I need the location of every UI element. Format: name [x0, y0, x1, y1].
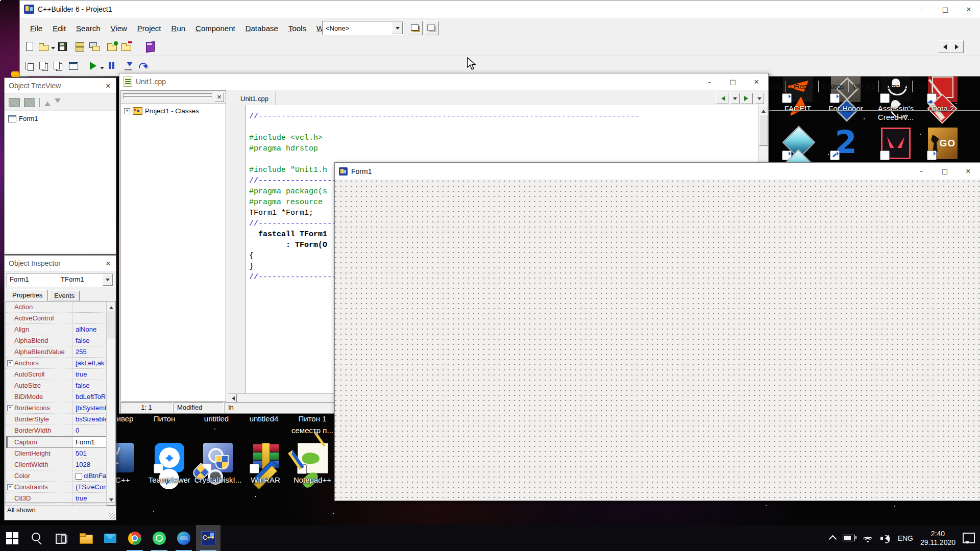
taskbar-file-explorer-icon[interactable]: [74, 525, 98, 551]
desktop-icon-notepad[interactable]: [298, 443, 328, 473]
property-row-clientwidth[interactable]: ClientWidth1028: [6, 459, 115, 470]
menu-edit[interactable]: Edit: [47, 21, 71, 35]
browse-forward-icon[interactable]: [741, 93, 753, 104]
move-up-icon[interactable]: [44, 98, 51, 106]
palette-scroll-left-icon[interactable]: [938, 40, 951, 53]
tab-unit1-cpp[interactable]: Unit1.cpp: [233, 92, 276, 106]
form-maximize-button[interactable]: □: [933, 163, 957, 180]
menu-project[interactable]: Project: [132, 21, 166, 35]
property-row-align[interactable]: AlignalNone: [6, 324, 115, 335]
scroll-up-icon[interactable]: [107, 302, 116, 311]
save-desktop-button[interactable]: [408, 21, 423, 35]
desktop-icon-blue2[interactable]: 2: [831, 128, 861, 159]
desktop-icon-teamviewer[interactable]: [155, 443, 184, 472]
inspector-scrollbar[interactable]: [106, 302, 115, 506]
editor-minimize-button[interactable]: –: [698, 73, 721, 90]
desktop-icon-crystaldiski[interactable]: [203, 443, 233, 472]
minimize-button[interactable]: –: [910, 1, 934, 18]
taskbar-cppbuilder-icon[interactable]: C++: [196, 525, 220, 551]
menu-run[interactable]: Run: [166, 21, 191, 35]
inspector-titlebar[interactable]: Object Inspector ✕: [5, 256, 116, 271]
taskbar-task-view-icon[interactable]: [49, 525, 74, 551]
form-design-surface[interactable]: [335, 180, 980, 500]
scrollbar-thumb[interactable]: [107, 311, 116, 338]
expand-icon[interactable]: +: [7, 360, 13, 366]
treeview-item-form1[interactable]: Form1: [5, 111, 116, 122]
taskbar-mail-icon[interactable]: [98, 525, 122, 551]
tab-events[interactable]: Events: [49, 290, 80, 301]
desktop-layout-combo[interactable]: <None>: [322, 21, 404, 35]
property-row-constraints[interactable]: +Constraints(TSizeConstra: [6, 482, 115, 493]
property-row-bordericons[interactable]: +BorderIcons[biSystemMenu: [6, 403, 115, 414]
property-row-autoscroll[interactable]: AutoScrolltrue: [6, 369, 115, 380]
taskbar-chrome-icon[interactable]: [122, 525, 147, 551]
menu-search[interactable]: Search: [71, 21, 106, 35]
treeview-close-icon[interactable]: ✕: [101, 78, 116, 93]
treeview-titlebar[interactable]: Object TreeView ✕: [5, 78, 116, 94]
palette-scroll-right-icon[interactable]: [950, 40, 964, 53]
palette-tab-win-3-1[interactable]: Win 3.1: [849, 81, 879, 92]
desktop-icon-valorant[interactable]: [881, 128, 911, 159]
inspector-object-combo[interactable]: Form1 TForm1: [7, 273, 114, 287]
volume-icon[interactable]: [880, 534, 891, 542]
inspector-close-icon[interactable]: ✕: [101, 256, 116, 271]
browse-back-icon[interactable]: [716, 93, 728, 104]
property-row-activecontrol[interactable]: ActiveControl: [6, 313, 115, 324]
property-row-color[interactable]: ColorclBtnFace: [6, 470, 115, 482]
remove-file-icon[interactable]: [120, 40, 133, 53]
menu-tools[interactable]: Tools: [283, 21, 311, 35]
desktop-icon-csgo[interactable]: GO: [928, 128, 958, 159]
new-form-icon[interactable]: [67, 59, 80, 72]
desktop-icon-winrar[interactable]: [251, 443, 280, 472]
expand-icon[interactable]: +: [7, 405, 13, 411]
main-titlebar[interactable]: C++Builder 6 - Project1 – □ ✕: [20, 1, 980, 18]
expand-icon[interactable]: +: [7, 484, 13, 490]
code-line-1[interactable]: //--------------------------------------…: [249, 111, 640, 122]
language-indicator[interactable]: ENG: [898, 534, 913, 542]
project-tree-root[interactable]: + Project1 - Classes: [124, 107, 199, 115]
view-unit-icon[interactable]: [23, 59, 36, 72]
add-file-icon[interactable]: [106, 40, 119, 53]
view-form-icon[interactable]: [37, 59, 51, 72]
tab-properties[interactable]: Properties: [7, 289, 48, 301]
close-button[interactable]: ✕: [957, 1, 980, 18]
desktop-icon-shield[interactable]: [783, 128, 813, 159]
taskbar-whatsapp-icon[interactable]: [147, 525, 172, 551]
pause-icon[interactable]: [106, 59, 119, 72]
property-row-autosize[interactable]: AutoSizefalse: [6, 380, 115, 391]
palette-tab-acti[interactable]: Acti: [913, 81, 932, 92]
form-close-button[interactable]: ✕: [957, 163, 980, 180]
menu-file[interactable]: File: [25, 21, 47, 35]
property-row-caption[interactable]: CaptionForm1: [6, 436, 115, 448]
property-row-bidimode[interactable]: BiDiModebdLeftToRight: [6, 391, 115, 403]
forward-dropdown-icon[interactable]: [755, 93, 764, 104]
property-row-borderstyle[interactable]: BorderStylebsSizeable: [6, 414, 115, 425]
toggle-form-unit-icon[interactable]: [52, 59, 65, 72]
palette-tab-samples[interactable]: Samples: [879, 81, 913, 92]
trace-into-icon[interactable]: [122, 59, 135, 72]
action-center-icon[interactable]: [963, 533, 975, 543]
save-icon[interactable]: [56, 40, 69, 53]
add-file-to-project-icon[interactable]: [87, 40, 101, 53]
back-dropdown-icon[interactable]: [730, 93, 740, 104]
form-titlebar[interactable]: Form1 – □ ✕: [335, 163, 980, 180]
maximize-button[interactable]: □: [934, 1, 957, 18]
editor-scroll-up-icon[interactable]: [759, 105, 768, 115]
resize-grip[interactable]: [109, 513, 115, 519]
menu-database[interactable]: Database: [240, 21, 283, 35]
explorer-close-icon[interactable]: ✕: [214, 92, 224, 102]
taskbar-search-icon[interactable]: [24, 525, 49, 551]
tray-overflow-icon[interactable]: [828, 535, 837, 543]
form-minimize-button[interactable]: –: [910, 163, 933, 180]
taskbar-clock[interactable]: 2:40 29.11.2020: [920, 530, 955, 547]
open-icon[interactable]: [37, 40, 51, 53]
help-book-icon[interactable]: [143, 40, 157, 53]
property-row-alphablend[interactable]: AlphaBlendfalse: [6, 335, 115, 346]
property-row-action[interactable]: Action: [6, 302, 115, 313]
delete-desktop-button[interactable]: [424, 21, 439, 35]
tree-expand-icon[interactable]: +: [124, 108, 130, 114]
property-row-clientheight[interactable]: ClientHeight501: [6, 448, 115, 459]
taskbar-edge-icon[interactable]: [172, 525, 196, 551]
new-item-icon[interactable]: [9, 98, 20, 107]
palette-tab-qreport[interactable]: QReport: [786, 81, 819, 92]
